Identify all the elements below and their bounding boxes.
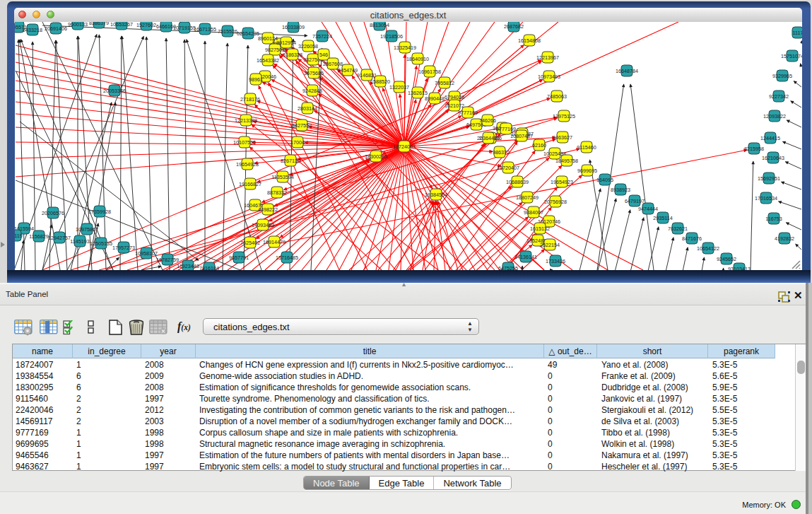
svg-text:8186328: 8186328 xyxy=(283,52,302,58)
svg-text:19218506: 19218506 xyxy=(380,33,403,40)
svg-text:4498222: 4498222 xyxy=(258,206,278,213)
svg-text:10958107: 10958107 xyxy=(135,250,158,257)
svg-text:9657791: 9657791 xyxy=(229,255,249,261)
svg-text:10807487: 10807487 xyxy=(510,133,533,139)
svg-text:2522154: 2522154 xyxy=(540,242,560,248)
svg-text:98961: 98961 xyxy=(249,76,263,83)
svg-text:1244415: 1244415 xyxy=(760,135,780,141)
svg-text:9242848: 9242848 xyxy=(302,88,322,94)
svg-text:8938923: 8938923 xyxy=(611,187,630,193)
svg-text:39119: 39119 xyxy=(15,233,23,239)
svg-text:3226058: 3226058 xyxy=(298,43,318,49)
svg-text:16961758: 16961758 xyxy=(418,69,441,75)
svg-text:19166827: 19166827 xyxy=(239,181,261,187)
svg-text:1322037: 1322037 xyxy=(389,84,409,90)
svg-text:18807249: 18807249 xyxy=(516,194,539,201)
svg-text:6475255: 6475255 xyxy=(498,265,518,271)
svg-text:12093822: 12093822 xyxy=(763,113,786,119)
svg-text:746266: 746266 xyxy=(479,117,496,124)
svg-text:8912954: 8912954 xyxy=(276,40,296,46)
svg-text:9146821: 9146821 xyxy=(357,72,377,78)
svg-text:15716485: 15716485 xyxy=(276,255,298,261)
svg-text:4192832: 4192832 xyxy=(775,235,794,242)
svg-text:7986372: 7986372 xyxy=(490,149,510,156)
svg-text:11353594: 11353594 xyxy=(271,174,293,180)
svg-text:8386379: 8386379 xyxy=(89,22,109,26)
svg-text:546: 546 xyxy=(319,52,328,58)
svg-text:10654122: 10654122 xyxy=(697,245,719,252)
svg-text:2867608: 2867608 xyxy=(323,61,343,67)
svg-text:16782759: 16782759 xyxy=(156,257,179,263)
svg-text:10107553: 10107553 xyxy=(233,139,256,146)
svg-text:12505135: 12505135 xyxy=(90,240,112,247)
svg-text:8427552: 8427552 xyxy=(292,122,312,129)
svg-text:1733426: 1733426 xyxy=(546,258,565,264)
svg-text:9329965: 9329965 xyxy=(772,73,792,79)
svg-text:19384554: 19384554 xyxy=(425,192,447,198)
svg-text:1588520: 1588520 xyxy=(370,78,390,85)
svg-text:16914479: 16914479 xyxy=(263,239,286,245)
svg-text:17004: 17004 xyxy=(290,139,305,146)
svg-text:9600133: 9600133 xyxy=(68,22,88,28)
svg-text:9227342: 9227342 xyxy=(769,93,789,100)
svg-text:16543382: 16543382 xyxy=(257,57,279,64)
svg-text:17016534: 17016534 xyxy=(755,195,777,201)
svg-text:8267130: 8267130 xyxy=(281,158,300,164)
svg-text:164095: 164095 xyxy=(596,177,613,183)
svg-text:17359928: 17359928 xyxy=(88,209,111,215)
svg-text:20364436: 20364436 xyxy=(477,135,500,141)
svg-text:2687682: 2687682 xyxy=(504,23,524,30)
svg-text:14136141: 14136141 xyxy=(514,254,537,260)
svg-text:16648784: 16648784 xyxy=(616,68,638,74)
svg-text:2718176: 2718176 xyxy=(240,96,260,103)
svg-text:20206576: 20206576 xyxy=(42,210,64,216)
svg-text:9463627: 9463627 xyxy=(553,134,572,141)
svg-text:20756928: 20756928 xyxy=(544,199,567,205)
svg-text:116753: 116753 xyxy=(765,216,782,222)
svg-text:8215958: 8215958 xyxy=(744,146,764,152)
svg-text:1117: 1117 xyxy=(793,30,802,36)
svg-text:7816184: 7816184 xyxy=(199,265,219,271)
svg-text:15692951: 15692951 xyxy=(758,175,780,182)
svg-text:10653267: 10653267 xyxy=(110,22,133,28)
svg-text:15751074: 15751074 xyxy=(781,53,802,59)
svg-text:9699695: 9699695 xyxy=(577,168,597,174)
svg-text:13975125: 13975125 xyxy=(553,113,575,119)
svg-text:16033809: 16033809 xyxy=(282,24,305,30)
svg-text:7515526: 7515526 xyxy=(218,28,237,35)
svg-text:12213967: 12213967 xyxy=(536,54,559,61)
svg-text:8471676: 8471676 xyxy=(682,235,702,242)
svg-text:18640910: 18640910 xyxy=(406,56,429,62)
svg-text:18495758: 18495758 xyxy=(555,158,578,164)
svg-text:7357224: 7357224 xyxy=(312,33,332,40)
svg-text:8960124: 8960124 xyxy=(258,35,278,42)
svg-text:02654235: 02654235 xyxy=(237,30,259,37)
svg-text:17957273: 17957273 xyxy=(112,245,135,251)
svg-text:9245652: 9245652 xyxy=(717,256,736,262)
svg-text:7625402: 7625402 xyxy=(240,240,260,246)
svg-text:11923448: 11923448 xyxy=(177,263,199,269)
svg-text:0433218: 0433218 xyxy=(23,27,42,33)
svg-text:9884007: 9884007 xyxy=(524,209,543,216)
svg-text:12213389: 12213389 xyxy=(235,117,257,124)
svg-text:9115460: 9115460 xyxy=(577,144,596,151)
svg-text:1145193: 1145193 xyxy=(70,238,89,245)
svg-text:16671355: 16671355 xyxy=(194,26,216,33)
svg-text:19654923: 19654923 xyxy=(551,179,573,185)
svg-text:7955812: 7955812 xyxy=(435,80,454,86)
svg-text:2803144: 2803144 xyxy=(298,105,317,112)
svg-text:3675685: 3675685 xyxy=(304,70,324,76)
svg-text:13325419: 13325419 xyxy=(394,45,416,51)
svg-text:19654928: 19654928 xyxy=(236,161,259,168)
svg-text:16154808: 16154808 xyxy=(518,37,541,44)
svg-text:9474444: 9474444 xyxy=(638,206,658,212)
svg-text:62160: 62160 xyxy=(532,142,546,148)
svg-text:18724007: 18724007 xyxy=(393,144,416,150)
svg-text:8878332: 8878332 xyxy=(267,189,287,196)
svg-text:10719155: 10719155 xyxy=(173,25,196,31)
svg-text:20691406: 20691406 xyxy=(45,25,67,32)
svg-text:14093483: 14093483 xyxy=(252,222,274,228)
svg-text:1615132: 1615132 xyxy=(530,226,550,232)
svg-text:20053346: 20053346 xyxy=(103,88,126,94)
svg-text:2935114: 2935114 xyxy=(653,215,672,221)
